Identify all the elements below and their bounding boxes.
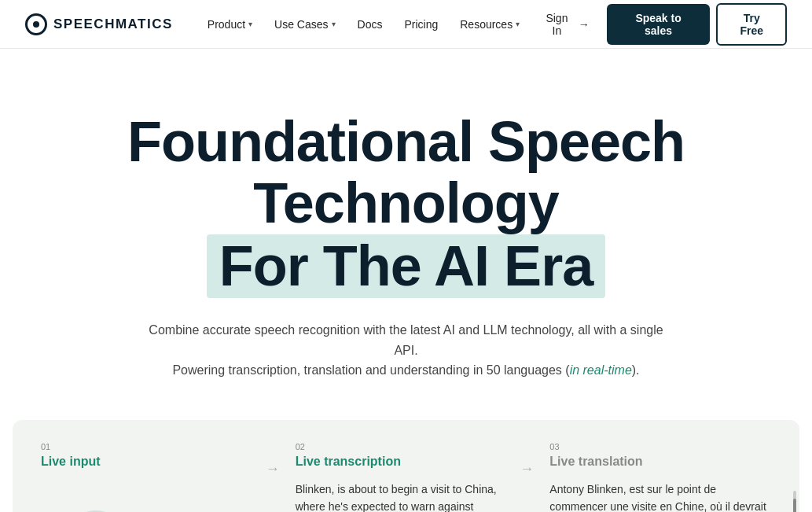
step-3-number: 03 (549, 442, 774, 451)
step-1-label: Live input (41, 455, 266, 469)
arrow-icon: → (579, 18, 590, 31)
hero-title: Foundational Speech Technology For The A… (31, 112, 781, 298)
logo-text: SPEECHMATICS (53, 17, 173, 32)
hero-subtitle: Combine accurate speech recognition with… (139, 320, 674, 381)
sign-in-button[interactable]: Sign In → (529, 6, 601, 43)
chevron-down-icon: ▾ (516, 20, 520, 28)
chevron-down-icon: ▾ (332, 20, 336, 28)
demo-step-2: 02 Live transcription Blinken, is about … (280, 442, 520, 512)
logo-link[interactable]: SPEECHMATICS (25, 13, 173, 35)
hero-title-highlight: For The AI Era (207, 234, 605, 299)
scroll-thumb (793, 499, 796, 512)
nav-links: Product ▾ Use Cases ▾ Docs Pricing Resou… (198, 12, 529, 37)
step-2-label: Live transcription (296, 455, 520, 469)
navbar: SPEECHMATICS Product ▾ Use Cases ▾ Docs … (0, 0, 812, 49)
demo-step-1: 01 Live input (38, 442, 266, 512)
try-free-button[interactable]: Try Free (716, 3, 787, 46)
demo-step-3: 03 Live translation Antony Blinken, est … (534, 442, 774, 512)
scrollbar[interactable] (793, 491, 796, 512)
nav-docs[interactable]: Docs (348, 12, 392, 37)
wave-illustration (41, 488, 151, 512)
step-2-number: 02 (296, 442, 520, 451)
step-2-content: Blinken, is about to begin a visit to Ch… (296, 481, 520, 512)
nav-use-cases[interactable]: Use Cases ▾ (265, 12, 344, 37)
nav-pricing[interactable]: Pricing (395, 12, 447, 37)
step-3-content: Antony Blinken, est sur le point de comm… (549, 481, 774, 512)
nav-actions: Sign In → Speak to sales Try Free (529, 3, 787, 46)
step-1-number: 01 (41, 442, 266, 451)
chevron-down-icon: ▾ (248, 20, 252, 28)
realtime-link[interactable]: in real-time (570, 363, 632, 377)
hero-section: Foundational Speech Technology For The A… (0, 49, 812, 420)
demo-steps: 01 Live input → 02 Live transcription Bl… (38, 442, 774, 512)
speak-to-sales-button[interactable]: Speak to sales (607, 4, 711, 45)
step-arrow-1: → (266, 442, 280, 477)
nav-product[interactable]: Product ▾ (198, 12, 262, 37)
svg-point-0 (33, 21, 39, 28)
logo-icon (25, 13, 47, 35)
step-3-label: Live translation (549, 455, 774, 469)
nav-resources[interactable]: Resources ▾ (450, 12, 529, 37)
step-arrow-2: → (520, 442, 534, 477)
demo-section: 01 Live input → 02 Live transcription Bl… (13, 420, 799, 512)
